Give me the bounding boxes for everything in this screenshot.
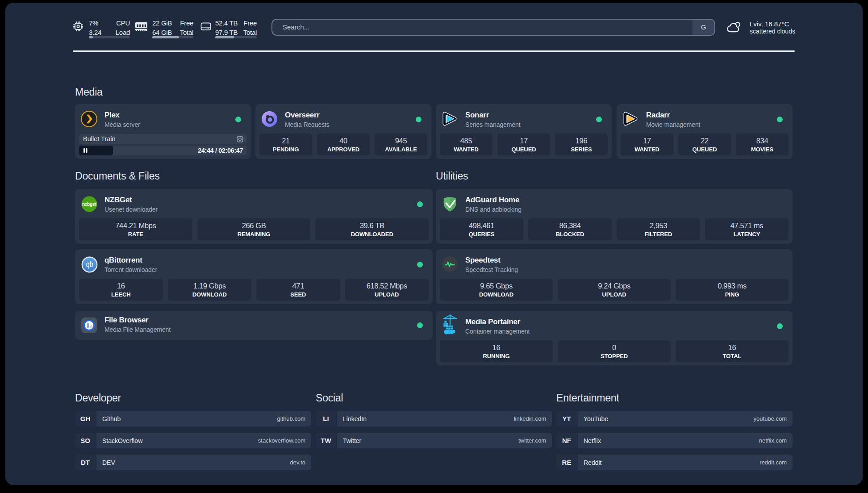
svg-text:nzbget: nzbget: [82, 201, 96, 207]
svg-text:qb: qb: [86, 259, 93, 269]
